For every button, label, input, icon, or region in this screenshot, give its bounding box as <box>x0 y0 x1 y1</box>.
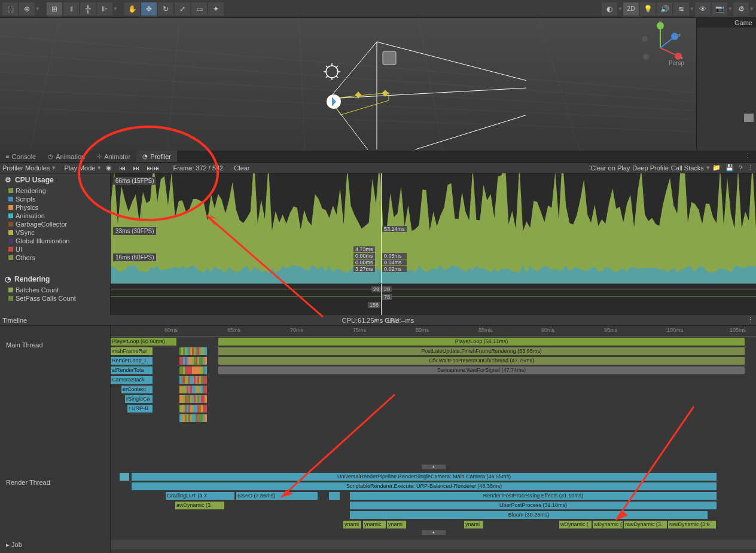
clear-on-play-toggle[interactable]: Clear on Play <box>590 164 630 172</box>
timeline-bar[interactable]: RenderLoop_I <box>111 357 153 365</box>
timeline-bar[interactable]: SSAO (7.85ms) <box>236 492 318 500</box>
call-stacks-dropdown[interactable]: Call Stacks <box>671 164 704 172</box>
legend-item[interactable]: Global Illumination <box>0 237 110 245</box>
timeline-bar[interactable]: ynami <box>464 521 483 528</box>
hidden-toggle[interactable]: 👁 <box>695 2 711 16</box>
gizmo-toggle[interactable]: ⚙ <box>733 2 749 16</box>
timeline-mode[interactable]: Timeline <box>2 317 27 324</box>
fx-toggle[interactable]: ≋ <box>673 2 689 16</box>
timeline-bar[interactable]: awDynamic (3. <box>175 502 224 509</box>
timeline-bar[interactable] <box>205 376 207 384</box>
legend-item[interactable]: SetPass Calls Count <box>0 294 110 303</box>
projection-label[interactable]: Persp <box>669 60 684 66</box>
timeline-bar[interactable]: erContext <box>121 386 153 393</box>
hand-tool[interactable]: ✋ <box>124 2 140 16</box>
timeline-bar[interactable]: UberPostProcess (31.10ms) <box>350 502 717 509</box>
cpu-chart[interactable]: 66ms (15FPS) 33ms (30FPS) 16ms (60FPS) 4… <box>111 173 756 315</box>
profiler-modules-dropdown[interactable]: Profiler Modules <box>2 164 50 172</box>
timeline-bar[interactable]: alRenderTota <box>111 366 153 374</box>
next-frame-button[interactable]: ⏭ <box>130 164 142 172</box>
timeline-bar[interactable]: inishFrameRer <box>111 347 153 355</box>
timeline-bar[interactable]: GradingLUT (3.7 <box>166 492 234 500</box>
timeline-bar[interactable] <box>205 357 207 365</box>
timeline-bar[interactable]: rSingleCa <box>125 395 153 403</box>
collapse-handle[interactable]: ▴ <box>422 465 446 469</box>
timeline-bar[interactable]: ynamic <box>363 521 386 528</box>
save-icon[interactable]: 💾 <box>725 164 734 172</box>
rect-transform-tool[interactable]: ▭ <box>191 2 207 16</box>
2d-toggle[interactable]: 2D <box>623 2 639 16</box>
timeline-bar[interactable]: Semaphore.WaitForSignal (47.74ms) <box>218 366 745 374</box>
timeline-bar[interactable]: ynami <box>387 521 406 528</box>
grid-tool-2[interactable]: ╬ <box>80 2 96 16</box>
rect-tool[interactable]: ⬚ <box>2 2 18 16</box>
scale-tool[interactable]: ⤢ <box>175 2 190 16</box>
render-chart[interactable]: 29 29 78 156 <box>111 284 756 315</box>
help-icon[interactable]: ? <box>739 164 742 172</box>
legend-item[interactable]: Others <box>0 253 110 262</box>
game-tab[interactable]: Game <box>697 18 756 28</box>
timeline-bar[interactable] <box>205 414 207 422</box>
timeline-bar[interactable]: wDynamic ( <box>559 521 592 528</box>
timeline-bar[interactable] <box>205 405 207 413</box>
axis-gizmo[interactable]: y x z <box>636 21 684 63</box>
timeline-tracks[interactable]: 60ms65ms70ms75ms80ms85ms90ms95ms100ms105… <box>111 326 756 553</box>
deep-profile-toggle[interactable]: Deep Profile <box>632 164 669 172</box>
timeline-bar[interactable]: Render PostProcessing Effects (31.10ms) <box>350 492 717 500</box>
tab-animator[interactable]: ⊹Animator <box>91 151 136 162</box>
timeline-bar[interactable] <box>205 366 207 374</box>
shading-mode[interactable]: ◐ <box>602 2 617 16</box>
prev-frame-button[interactable]: ⏮ <box>117 164 128 172</box>
light-toggle[interactable]: 💡 <box>640 2 656 16</box>
timeline-bar[interactable] <box>205 395 207 403</box>
timeline-bar[interactable]: ynami <box>343 521 361 528</box>
last-frame-button[interactable]: ⏭⏭ <box>144 164 162 172</box>
play-mode-dropdown[interactable]: Play Mode <box>64 164 95 172</box>
timeline-bar[interactable]: rawDynamic (3. <box>624 521 667 528</box>
timeline-bar[interactable] <box>120 473 129 481</box>
timeline-bar[interactable]: PlayerLoop (60.90ms) <box>111 338 176 346</box>
timeline-bar[interactable]: CameraStack <box>111 376 153 384</box>
tab-console[interactable]: ≡Console <box>0 151 42 162</box>
legend-item[interactable]: Animation <box>0 212 110 220</box>
camera-icon[interactable]: 📷 <box>712 2 727 16</box>
globe-tool[interactable]: ⊕ <box>19 2 35 16</box>
open-icon[interactable]: 📁 <box>712 164 721 172</box>
timeline-bar[interactable] <box>329 492 340 500</box>
legend-item[interactable]: Rendering <box>0 187 110 195</box>
ruler-tool[interactable]: ⊪ <box>97 2 112 16</box>
timeline-bar[interactable]: UniversalRenderPipeline.RenderSingleCame… <box>132 473 717 481</box>
tab-animation[interactable]: ◷Animation <box>42 151 91 162</box>
transform-tool[interactable]: ✦ <box>208 2 224 16</box>
legend-item[interactable]: Scripts <box>0 195 110 203</box>
tab-menu[interactable]: ⋮ <box>740 151 756 162</box>
timeline-bar[interactable]: PostLateUpdate.FinishFrameRendering (53.… <box>218 347 745 355</box>
legend-item[interactable]: GarbageCollector <box>0 220 110 228</box>
scene-view[interactable]: y x z Persp Game <box>0 18 756 151</box>
snap-settings-tool[interactable]: ⫴ <box>63 2 79 16</box>
render-module-header[interactable]: ◔Rendering <box>0 273 110 286</box>
frame-pointer[interactable] <box>381 284 382 315</box>
timeline-bar[interactable]: Bloom (30.26ms) <box>350 511 708 519</box>
timeline-bar[interactable] <box>205 347 207 355</box>
timeline-bar[interactable] <box>205 386 207 393</box>
grid-snap-tool[interactable]: ⊞ <box>47 2 62 16</box>
rotate-tool[interactable]: ↻ <box>158 2 173 16</box>
timeline-bar[interactable]: wDynamic ( <box>593 521 623 528</box>
menu-icon[interactable]: ⋮ <box>747 164 754 172</box>
timeline-bar[interactable]: PlayerLoop (58.11ms) <box>218 338 745 346</box>
move-tool[interactable]: ✥ <box>141 2 157 16</box>
legend-item[interactable]: VSync <box>0 228 110 237</box>
audio-toggle[interactable]: 🔊 <box>657 2 672 16</box>
timeline-bar[interactable]: : URP-B <box>127 405 153 413</box>
legend-item[interactable]: Batches Count <box>0 286 110 294</box>
frame-pointer[interactable] <box>381 173 382 283</box>
timeline-bar[interactable]: rawDynamic (3.9 <box>668 521 716 528</box>
clear-button[interactable]: Clear <box>234 164 249 172</box>
cpu-module-header[interactable]: ⚙CPU Usage <box>0 173 110 187</box>
record-button[interactable]: ◉ <box>103 164 114 172</box>
timeline-bar[interactable]: Gfx.WaitForPresentOnGfxThread (47.75ms) <box>218 357 745 365</box>
legend-item[interactable]: Physics <box>0 203 110 212</box>
menu-icon[interactable]: ⋮ <box>747 316 754 324</box>
legend-item[interactable]: UI <box>0 245 110 253</box>
